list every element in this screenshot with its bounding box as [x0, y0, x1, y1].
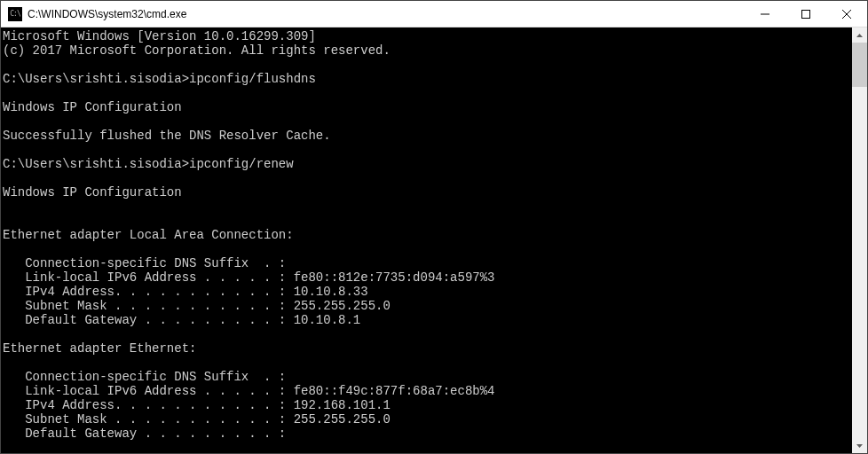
maximize-button[interactable]: [785, 1, 826, 27]
chevron-down-icon: [856, 444, 863, 448]
scroll-down-arrow[interactable]: [852, 438, 867, 453]
window-title: C:\WINDOWS\system32\cmd.exe: [28, 8, 745, 20]
close-button[interactable]: [826, 1, 867, 27]
cmd-icon-text: C:\: [10, 10, 20, 18]
svg-marker-5: [856, 444, 863, 448]
close-icon: [842, 10, 851, 19]
svg-marker-4: [856, 34, 863, 37]
maximize-icon: [801, 10, 810, 19]
terminal-body: Microsoft Windows [Version 10.0.16299.30…: [1, 27, 867, 453]
chevron-up-icon: [856, 34, 863, 37]
window-titlebar[interactable]: C:\ C:\WINDOWS\system32\cmd.exe: [1, 1, 867, 27]
terminal-output[interactable]: Microsoft Windows [Version 10.0.16299.30…: [1, 27, 852, 453]
minimize-icon: [761, 10, 769, 19]
scroll-up-arrow[interactable]: [852, 27, 867, 43]
vertical-scrollbar[interactable]: [852, 27, 867, 453]
minimize-button[interactable]: [745, 1, 785, 27]
scroll-thumb[interactable]: [852, 43, 867, 87]
scroll-track[interactable]: [852, 43, 867, 438]
svg-rect-1: [802, 10, 810, 18]
window-controls: [745, 1, 867, 27]
cmd-icon: C:\: [8, 7, 22, 21]
